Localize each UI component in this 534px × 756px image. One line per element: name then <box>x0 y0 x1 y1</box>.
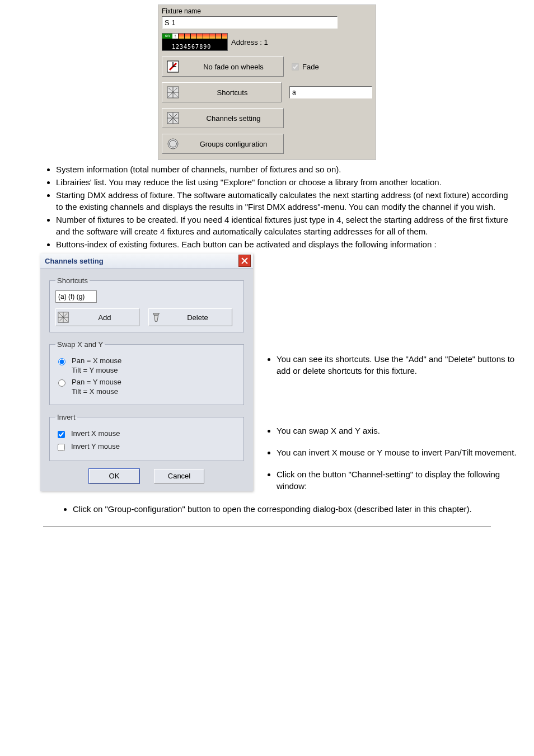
invert-x-checkbox[interactable]: Invert X mouse <box>55 429 238 440</box>
cancel-button[interactable]: Cancel <box>154 469 204 483</box>
dip-address-row: on ↑ 1234567890 Address : 1 <box>162 33 372 51</box>
fixture-panel: Fixture name on ↑ 1234567890 Address : 1… <box>158 4 376 160</box>
footer-rule <box>43 526 491 527</box>
radio-pan-y[interactable]: Pan = Y mouse Tilt = X mouse <box>55 378 238 397</box>
shortcuts-field[interactable] <box>55 290 97 303</box>
invert-group: Invert Invert X mouse Invert Y mouse <box>49 413 244 461</box>
swap-legend: Swap X and Y <box>55 340 105 349</box>
add-button[interactable]: Add <box>55 308 139 326</box>
shortcuts-icon <box>165 84 181 101</box>
list-item: You can swap X and Y axis. <box>277 425 517 436</box>
close-button[interactable] <box>238 255 251 267</box>
shortcuts-legend: Shortcuts <box>55 276 90 285</box>
list-item: Click on "Group-configuration" button to… <box>73 503 512 515</box>
side-text: You can see its shortcuts. Use the "Add"… <box>264 251 534 502</box>
list-item: You can see its shortcuts. Use the "Add"… <box>277 353 517 377</box>
dip-switch-icon: on ↑ 1234567890 <box>162 33 228 51</box>
dialog-title: Channels setting <box>45 257 238 265</box>
shortcuts-group: Shortcuts Add Del <box>49 276 244 332</box>
list-item: Buttons-index of existing fixtures. Each… <box>56 238 512 250</box>
shortcuts-button[interactable]: Shortcuts <box>162 82 282 102</box>
list-item: Number of fixtures to be created. If you… <box>56 214 512 237</box>
fixture-name-label: Fixture name <box>162 7 371 15</box>
channels-setting-icon <box>165 110 181 126</box>
fade-checkbox[interactable]: Fade <box>292 63 319 71</box>
shortcut-key-input[interactable] <box>289 86 372 98</box>
address-label: Address : 1 <box>231 38 268 46</box>
swap-group: Swap X and Y Pan = X mouse Tilt = Y mous… <box>49 340 244 405</box>
list-item: You can invert X mouse or Y mouse to inv… <box>277 447 517 458</box>
fixture-name-input[interactable] <box>162 16 338 29</box>
groups-icon <box>165 135 181 152</box>
dialog-titlebar: Channels setting <box>40 253 253 269</box>
list-item: System information (total number of chan… <box>56 163 512 175</box>
list-item: Librairies' list. You may reduce the lis… <box>56 176 512 188</box>
close-icon <box>241 257 248 264</box>
top-text-list: System information (total number of chan… <box>56 163 534 250</box>
groups-configuration-button[interactable]: Groups configuration <box>162 134 284 154</box>
channels-setting-dialog: Channels setting Shortcuts Add <box>40 253 253 491</box>
channels-setting-button[interactable]: Channels setting <box>162 108 284 128</box>
delete-icon <box>149 311 163 323</box>
radio-pan-x[interactable]: Pan = X mouse Tilt = Y mouse <box>55 356 238 375</box>
no-fade-icon <box>165 58 181 75</box>
list-item: Starting DMX address of fixture. The sof… <box>56 189 512 213</box>
invert-legend: Invert <box>55 413 77 421</box>
invert-y-checkbox[interactable]: Invert Y mouse <box>55 442 238 453</box>
add-icon <box>56 311 71 323</box>
list-item: Click on the button "Channel-setting" to… <box>277 468 517 492</box>
delete-button[interactable]: Delete <box>148 308 232 326</box>
ok-button[interactable]: OK <box>89 469 139 483</box>
no-fade-button[interactable]: No fade on wheels <box>162 57 284 77</box>
bottom-text-list: Click on "Group-configuration" button to… <box>73 503 534 515</box>
